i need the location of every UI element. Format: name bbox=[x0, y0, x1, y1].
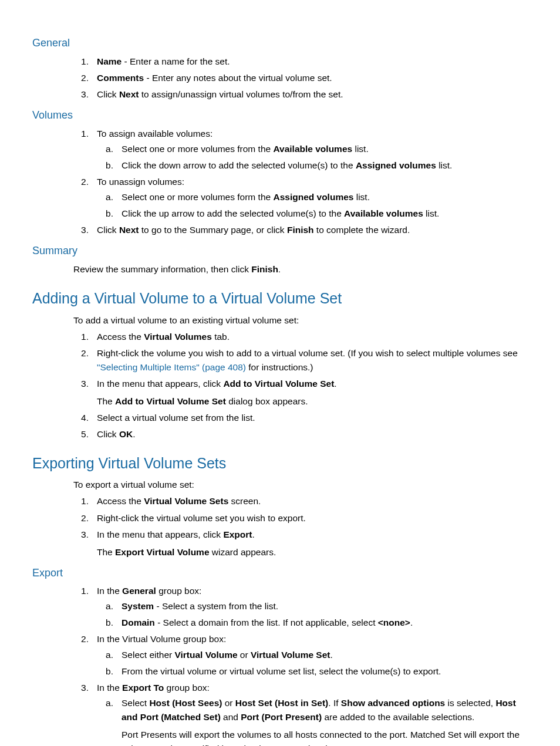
list-marker: 1. bbox=[72, 584, 89, 598]
text: are added to the available selections. bbox=[322, 712, 474, 722]
list-marker: 3. bbox=[72, 377, 89, 391]
bold-text: Show advanced options bbox=[341, 698, 445, 708]
text: . bbox=[330, 650, 333, 660]
text: . bbox=[410, 617, 413, 627]
list-marker: 1. bbox=[72, 55, 89, 69]
list-marker: a. bbox=[97, 142, 113, 156]
bold-text: System bbox=[122, 601, 154, 611]
text: . If bbox=[328, 698, 341, 708]
list-item: a. System - Select a system from the lis… bbox=[97, 599, 528, 613]
list-item: 1. Access the Virtual Volumes tab. bbox=[72, 330, 528, 344]
text: for instructions.) bbox=[246, 362, 313, 372]
text: group box: bbox=[156, 586, 202, 596]
heading-volumes: Volumes bbox=[32, 107, 528, 124]
sublist: a. Select Host (Host Sees) or Host Set (… bbox=[97, 696, 528, 746]
text: . bbox=[133, 429, 135, 439]
bold-text: Name bbox=[97, 56, 122, 66]
text: tab. bbox=[212, 332, 230, 342]
text: - Select a system from the list. bbox=[154, 601, 278, 611]
list-item: a. Select either Virtual Volume or Virtu… bbox=[97, 648, 528, 662]
list-marker: 1. bbox=[72, 127, 89, 141]
list-item: 3. Click Next to go to the Summary page,… bbox=[72, 223, 528, 237]
text: to go to the Summary page, or click bbox=[139, 225, 287, 235]
text: and bbox=[221, 712, 241, 722]
bold-text: Export bbox=[223, 529, 252, 539]
list-marker: 1. bbox=[72, 494, 89, 508]
text: or bbox=[238, 650, 251, 660]
list-marker: 3. bbox=[72, 681, 89, 695]
list-item: 3. Click Next to assign/unassign virtual… bbox=[72, 87, 528, 102]
list-item: 2. In the Virtual Volume group box: a. S… bbox=[72, 632, 528, 678]
exporting-list: 1. Access the Virtual Volume Sets screen… bbox=[72, 494, 528, 559]
bold-text: Export Virtual Volume bbox=[115, 547, 210, 557]
text: list. bbox=[423, 208, 440, 218]
text: . bbox=[252, 529, 255, 539]
bold-text: Virtual Volume Set bbox=[251, 650, 330, 660]
paragraph: To add a virtual volume to an existing v… bbox=[73, 313, 528, 328]
text: to assign/unassign virtual volumes to/fr… bbox=[139, 89, 343, 99]
list-marker: b. bbox=[97, 207, 113, 221]
list-marker: 3. bbox=[72, 87, 89, 102]
volumes-list: 1. To assign available volumes: a. Selec… bbox=[72, 127, 528, 237]
list-item: 4. Select a virtual volume set from the … bbox=[72, 411, 528, 425]
heading-adding: Adding a Virtual Volume to a Virtual Vol… bbox=[32, 287, 528, 310]
paragraph: The Export Virtual Volume wizard appears… bbox=[97, 545, 528, 559]
bold-text: Assigned volumes bbox=[356, 160, 436, 170]
text: In the menu that appears, click bbox=[97, 529, 223, 539]
text: - Select a domain from the list. If not … bbox=[155, 617, 378, 627]
bold-text: Export To bbox=[122, 683, 164, 693]
text: list. bbox=[436, 160, 453, 170]
bold-text: Assigned volumes bbox=[273, 192, 353, 202]
text: Select one or more volumes form the bbox=[122, 192, 273, 202]
list-item: 2. To unassign volumes: a. Select one or… bbox=[72, 175, 528, 221]
list-marker: a. bbox=[97, 648, 113, 662]
bold-text: Add to Virtual Volume Set bbox=[223, 379, 334, 389]
text: From the virtual volume or virtual volum… bbox=[122, 666, 441, 676]
general-list: 1. Name - Enter a name for the set. 2. C… bbox=[72, 55, 528, 102]
paragraph: The Add to Virtual Volume Set dialog box… bbox=[97, 394, 528, 409]
bold-text: Add to Virtual Volume Set bbox=[115, 396, 226, 406]
text: The bbox=[97, 547, 115, 557]
text: Review the summary information, then cli… bbox=[73, 264, 251, 274]
text: is selected, bbox=[445, 698, 495, 708]
bold-text: Next bbox=[119, 225, 139, 235]
text: In the Virtual Volume group box: bbox=[97, 634, 226, 644]
bold-text: <none> bbox=[378, 617, 410, 627]
list-item: b. Click the up arrow to add the selecte… bbox=[97, 207, 528, 221]
text: . bbox=[278, 264, 281, 274]
list-item: 2. Right-click the virtual volume set yo… bbox=[72, 511, 528, 525]
paragraph: To export a virtual volume set: bbox=[73, 478, 528, 492]
list-item: 3. In the menu that appears, click Expor… bbox=[72, 528, 528, 559]
list-marker: 2. bbox=[72, 511, 89, 525]
list-marker: 2. bbox=[72, 71, 89, 85]
text: To unassign volumes: bbox=[97, 177, 184, 187]
list-marker: 2. bbox=[72, 632, 89, 646]
list-marker: 3. bbox=[72, 528, 89, 542]
export-list: 1. In the General group box: a. System -… bbox=[72, 584, 528, 746]
text: wizard appears. bbox=[210, 547, 276, 557]
list-marker: b. bbox=[97, 158, 113, 173]
bold-text: Virtual Volumes bbox=[144, 332, 212, 342]
bold-text: Port (Port Present) bbox=[241, 712, 322, 722]
bold-text: Available volumes bbox=[344, 208, 423, 218]
heading-summary: Summary bbox=[32, 243, 528, 259]
list-item: 5. Click OK. bbox=[72, 427, 528, 441]
text: In the menu that appears, click bbox=[97, 379, 223, 389]
bold-text: Host Set (Host in Set) bbox=[235, 698, 328, 708]
bold-text: General bbox=[122, 586, 156, 596]
text: To assign available volumes: bbox=[97, 129, 212, 139]
text: In the bbox=[97, 586, 122, 596]
text: Access the bbox=[97, 332, 144, 342]
sublist: a. Select one or more volumes from the A… bbox=[97, 142, 528, 173]
list-marker: 5. bbox=[72, 427, 89, 441]
sublist: a. Select one or more volumes form the A… bbox=[97, 190, 528, 221]
text: screen. bbox=[228, 496, 261, 506]
sublist: a. System - Select a system from the lis… bbox=[97, 599, 528, 630]
text: The bbox=[97, 396, 115, 406]
bold-text: Finish bbox=[287, 225, 314, 235]
bold-text: Domain bbox=[122, 617, 155, 627]
bold-text: OK bbox=[119, 429, 133, 439]
link-selecting-multiple-items[interactable]: "Selecting Multiple Items" (page 408) bbox=[97, 362, 246, 372]
list-item: 2. Right-click the volume you wish to ad… bbox=[72, 346, 528, 374]
list-item: 1. Access the Virtual Volume Sets screen… bbox=[72, 494, 528, 508]
